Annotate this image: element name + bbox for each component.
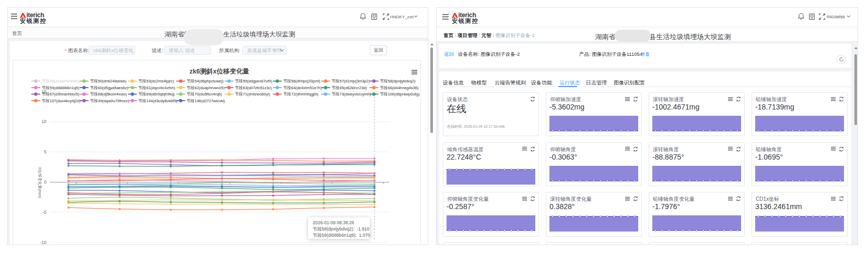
svg-text:zk6测斜x位移变化量: zk6测斜x位移变化量: [190, 68, 250, 75]
svg-text:X位移变化量(mm): X位移变化量(mm): [38, 167, 42, 198]
svg-text:0: 0: [44, 179, 46, 185]
svg-text:节段48(dc9pr4k3h6h): 节段48(dc9pr4k3h6h): [42, 79, 79, 83]
svg-text:节段72(dhmh9qgj0i): 节段72(dhmh9qgj0i): [284, 92, 319, 96]
svg-text:节段65(d62klrcr23d): 节段65(d62klrcr23d): [332, 86, 367, 90]
svg-text:节段146(d2727wlcvki): 节段146(d2727wlcvki): [187, 99, 226, 103]
svg-text:节段60(d5gya5aes6z): 节段60(d5gya5aes6z): [90, 86, 128, 90]
svg-text:节段66(d44hneg4s36): 节段66(d44hneg4s36): [380, 86, 419, 90]
svg-text:5: 5: [44, 149, 46, 154]
svg-text:节段73(dweyckzoymh): 节段73(dweyckzoymh): [332, 92, 371, 96]
svg-text:节段63(d07zfc51z3c): 节段63(d07zfc51z3c): [235, 86, 272, 90]
svg-text:-5: -5: [42, 210, 46, 215]
svg-text:节段50(dnb24lasiws): 节段50(dnb24lasiws): [90, 79, 127, 83]
svg-text:节段56(dhhpcj33pml): 节段56(dhhpcj33pml): [284, 79, 321, 83]
svg-text:节段62(duaphrvwvx5): 节段62(duaphrvwvx5): [187, 86, 225, 90]
svg-text:节段49(dqw0u79fmzz): 节段49(dqw0u79fmzz): [90, 99, 130, 103]
svg-text:节段107(dux4kvy9j2d): 节段107(dux4kvy9j2d): [42, 99, 81, 103]
svg-text:节段68(dj5kom4xuio): 节段68(dj5kom4xuio): [90, 92, 127, 96]
svg-text:节段58(dpxijybdvq2): 节段58(dpxijybdvq2): [380, 79, 416, 83]
svg-text:节段54(d6phpctuwej): 节段54(d6phpctuwej): [187, 79, 224, 83]
svg-text:节段57(d1mjvj3m3p2): 节段57(d1mjvj3m3p2): [332, 79, 370, 83]
svg-text:节段100(d6prawp0utg): 节段100(d6prawp0utg): [380, 92, 420, 96]
svg-text:节段71(dnilzwo60yi): 节段71(dnilzwo60yi): [235, 92, 271, 96]
svg-text:节段64(de4xtm51e7h): 节段64(de4xtm51e7h): [284, 86, 322, 90]
svg-text:节段144(d3cdy8vkbf5): 节段144(d3cdy8vkbf5): [138, 99, 178, 103]
svg-text:15: 15: [42, 89, 47, 94]
svg-text:-10: -10: [40, 240, 47, 244]
svg-text:节段70(du5flcn4rq6): 节段70(du5flcn4rq6): [187, 92, 222, 96]
svg-text:节段59(di688b6n1q9): 节段59(di688b6n1q9): [42, 86, 79, 90]
svg-text:节段55(ddgyex67uf9): 节段55(ddgyex67uf9): [235, 79, 273, 83]
svg-text:节段69(d6r0qbjh9kq): 节段69(d6r0qbjh9kq): [138, 92, 175, 96]
svg-text:10: 10: [42, 119, 47, 124]
svg-text:节段53(dc2ms4lpjrc): 节段53(dc2ms4lpjrc): [138, 79, 174, 83]
svg-text:节段61(dqco9c4zfxh): 节段61(dqco9c4zfxh): [138, 86, 175, 90]
svg-text:节段67(d3hnanrbsv5): 节段67(d3hnanrbsv5): [42, 92, 79, 96]
